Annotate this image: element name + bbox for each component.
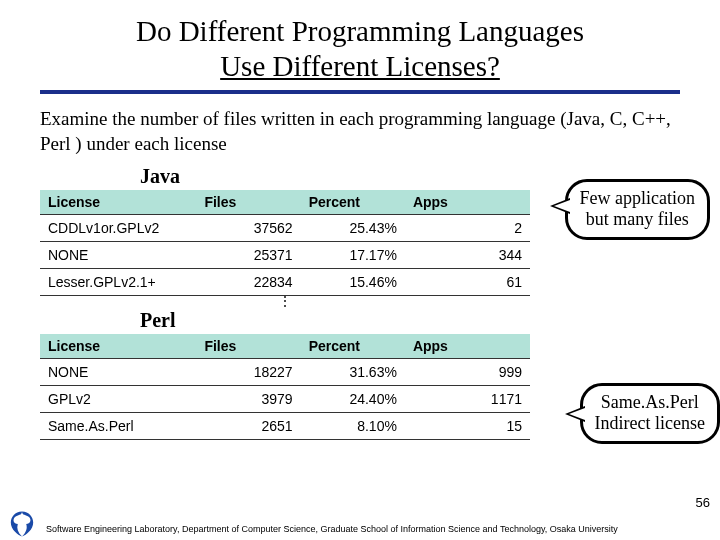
table-row: NONE 25371 17.17% 344	[40, 241, 530, 268]
cell-apps: 15	[405, 412, 530, 439]
cell-license: NONE	[40, 241, 196, 268]
cell-percent: 15.46%	[301, 268, 405, 295]
col-license: License	[40, 334, 196, 359]
table-header-row: License Files Percent Apps	[40, 334, 530, 359]
cell-files: 37562	[196, 214, 300, 241]
cell-license: GPLv2	[40, 385, 196, 412]
cell-files: 22834	[196, 268, 300, 295]
cell-apps: 61	[405, 268, 530, 295]
cell-files: 18227	[196, 358, 300, 385]
callout-same-as-perl: Same.As.Perl Indirect license	[580, 383, 720, 444]
title-line1: Do Different Programming Languages	[136, 15, 584, 47]
table-row: GPLv2 3979 24.40% 1171	[40, 385, 530, 412]
cell-percent: 17.17%	[301, 241, 405, 268]
table-row: Same.As.Perl 2651 8.10% 15	[40, 412, 530, 439]
cell-files: 3979	[196, 385, 300, 412]
col-files: Files	[196, 190, 300, 215]
col-apps: Apps	[405, 190, 530, 215]
table-header-row: License Files Percent Apps	[40, 190, 530, 215]
callout-line: but many files	[586, 209, 689, 229]
callout-line: Few application	[580, 188, 695, 208]
cell-apps: 2	[405, 214, 530, 241]
cell-apps: 1171	[405, 385, 530, 412]
cell-percent: 31.63%	[301, 358, 405, 385]
cell-license: Same.As.Perl	[40, 412, 196, 439]
callout-line: Indirect license	[595, 413, 705, 433]
callout-tail-icon	[550, 198, 570, 214]
col-apps: Apps	[405, 334, 530, 359]
cell-license: Lesser.GPLv2.1+	[40, 268, 196, 295]
java-table: License Files Percent Apps CDDLv1or.GPLv…	[40, 190, 530, 296]
cell-percent: 24.40%	[301, 385, 405, 412]
cell-apps: 344	[405, 241, 530, 268]
col-percent: Percent	[301, 190, 405, 215]
cell-files: 2651	[196, 412, 300, 439]
cell-license: CDDLv1or.GPLv2	[40, 214, 196, 241]
callout-line: Same.As.Perl	[601, 392, 699, 412]
content-area: Java License Files Percent Apps CDDLv1or…	[40, 165, 680, 440]
cell-apps: 999	[405, 358, 530, 385]
table-row: NONE 18227 31.63% 999	[40, 358, 530, 385]
col-license: License	[40, 190, 196, 215]
cell-license: NONE	[40, 358, 196, 385]
callout-tail-icon	[565, 406, 585, 422]
footer-text: Software Engineering Laboratory, Departm…	[0, 518, 720, 540]
table-row: CDDLv1or.GPLv2 37562 25.43% 2	[40, 214, 530, 241]
cell-percent: 25.43%	[301, 214, 405, 241]
page-number: 56	[696, 495, 710, 510]
slide-title: Do Different Programming Languages Use D…	[40, 14, 680, 94]
perl-label: Perl	[140, 309, 680, 332]
col-percent: Percent	[301, 334, 405, 359]
cell-percent: 8.10%	[301, 412, 405, 439]
col-files: Files	[196, 334, 300, 359]
description-text: Examine the number of files written in e…	[40, 106, 680, 157]
table-row: Lesser.GPLv2.1+ 22834 15.46% 61	[40, 268, 530, 295]
title-line2: Use Different Licenses?	[220, 50, 500, 82]
callout-few-applications: Few application but many files	[565, 179, 710, 240]
perl-table: License Files Percent Apps NONE 18227 31…	[40, 334, 530, 440]
ellipsis-icon: ⋮	[40, 298, 530, 305]
cell-files: 25371	[196, 241, 300, 268]
